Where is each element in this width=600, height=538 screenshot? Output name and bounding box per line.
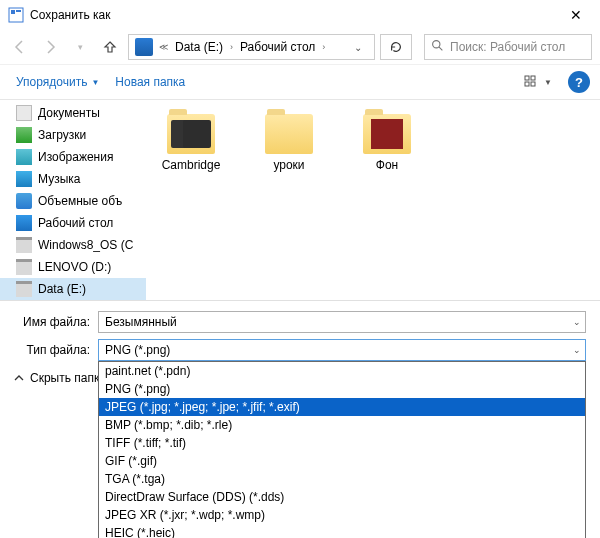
folder-item[interactable]: Фон (352, 114, 422, 172)
filetype-option[interactable]: JPEG XR (*.jxr; *.wdp; *.wmp) (99, 506, 585, 524)
filetype-select[interactable]: PNG (*.png) ⌄ (98, 339, 586, 361)
sidebar-item-icon (16, 105, 32, 121)
chevron-right-icon[interactable]: › (228, 35, 235, 59)
sidebar-item-icon (16, 215, 32, 231)
nav-row: ▾ ≪ Data (E:) › Рабочий стол › ⌄ Поиск: … (0, 30, 600, 64)
sidebar-item-label: Изображения (38, 150, 113, 164)
sidebar-item-icon (16, 193, 32, 209)
chevron-up-icon (14, 373, 24, 383)
sidebar-item-label: Загрузки (38, 128, 86, 142)
folder-icon (265, 114, 313, 154)
main-area: ВидеоДокументыЗагрузкиИзображенияМузыкаО… (0, 100, 600, 300)
window-title: Сохранить как (30, 8, 556, 22)
sidebar[interactable]: ВидеоДокументыЗагрузкиИзображенияМузыкаО… (0, 100, 146, 300)
chevron-down-icon: ▼ (544, 78, 552, 87)
sidebar-item-label: Документы (38, 106, 100, 120)
sidebar-item[interactable]: Изображения (0, 146, 146, 168)
svg-rect-1 (11, 10, 15, 14)
organize-button[interactable]: Упорядочить ▼ (10, 71, 105, 93)
sidebar-item-label: LENOVO (D:) (38, 260, 111, 274)
new-folder-button[interactable]: Новая папка (109, 71, 191, 93)
sidebar-item-label: Музыка (38, 172, 80, 186)
filetype-option[interactable]: JPEG (*.jpg; *.jpeg; *.jpe; *.jfif; *.ex… (99, 398, 585, 416)
sidebar-item-icon (16, 127, 32, 143)
filetype-option[interactable]: BMP (*.bmp; *.dib; *.rle) (99, 416, 585, 434)
filetype-option[interactable]: TGA (*.tga) (99, 470, 585, 488)
sidebar-item-icon (16, 171, 32, 187)
nav-up-button[interactable] (98, 35, 122, 59)
sidebar-item[interactable]: Музыка (0, 168, 146, 190)
search-placeholder: Поиск: Рабочий стол (450, 40, 565, 54)
filetype-label: Тип файла: (14, 343, 98, 357)
search-icon (431, 39, 444, 55)
sidebar-item[interactable]: Windows8_OS (C (0, 234, 146, 256)
svg-rect-7 (525, 82, 529, 86)
folder-content[interactable]: CambridgeурокиФон (146, 100, 600, 300)
sidebar-item-icon (16, 281, 32, 297)
breadcrumb-drive[interactable]: Data (E:) (170, 35, 228, 59)
filetype-dropdown[interactable]: paint.net (*.pdn)PNG (*.png)JPEG (*.jpg;… (98, 361, 586, 538)
svg-rect-5 (525, 76, 529, 80)
close-button[interactable]: ✕ (556, 7, 596, 23)
sidebar-item-label: Объемные объ (38, 194, 122, 208)
sidebar-item-label: Рабочий стол (38, 216, 113, 230)
svg-line-4 (439, 47, 442, 50)
sidebar-item-icon (16, 237, 32, 253)
address-dropdown-icon[interactable]: ⌄ (344, 42, 372, 53)
sidebar-item[interactable]: Data (E:) (0, 278, 146, 300)
chevron-right-icon[interactable]: ≪ (157, 35, 170, 59)
filetype-option[interactable]: TIFF (*.tiff; *.tif) (99, 434, 585, 452)
folder-icon (363, 114, 411, 154)
breadcrumb-folder[interactable]: Рабочий стол (235, 35, 320, 59)
folder-item[interactable]: уроки (254, 114, 324, 172)
chevron-down-icon: ▼ (91, 78, 99, 87)
folder-label: Фон (376, 158, 398, 172)
address-bar[interactable]: ≪ Data (E:) › Рабочий стол › ⌄ (128, 34, 375, 60)
chevron-right-icon[interactable]: › (320, 35, 327, 59)
filetype-option[interactable]: DirectDraw Surface (DDS) (*.dds) (99, 488, 585, 506)
view-mode-button[interactable]: ▼ (520, 70, 556, 94)
filetype-option[interactable]: GIF (*.gif) (99, 452, 585, 470)
filetype-option[interactable]: paint.net (*.pdn) (99, 362, 585, 380)
sidebar-item[interactable]: Рабочий стол (0, 212, 146, 234)
sidebar-item[interactable]: LENOVO (D:) (0, 256, 146, 278)
chevron-down-icon[interactable]: ⌄ (573, 345, 581, 355)
sidebar-item[interactable]: Документы (0, 102, 146, 124)
folder-label: уроки (273, 158, 304, 172)
nav-back-button[interactable] (8, 35, 32, 59)
drive-icon (135, 38, 153, 56)
svg-rect-8 (531, 82, 535, 86)
filetype-option[interactable]: HEIC (*.heic) (99, 524, 585, 538)
sidebar-item-icon (16, 259, 32, 275)
title-bar: Сохранить как ✕ (0, 0, 600, 30)
folder-label: Cambridge (162, 158, 221, 172)
sidebar-item-label: Data (E:) (38, 282, 86, 296)
filetype-option[interactable]: PNG (*.png) (99, 380, 585, 398)
help-button[interactable]: ? (568, 71, 590, 93)
sidebar-item[interactable]: Загрузки (0, 124, 146, 146)
refresh-button[interactable] (380, 34, 412, 60)
filename-label: Имя файла: (14, 315, 98, 329)
search-input[interactable]: Поиск: Рабочий стол (424, 34, 592, 60)
hide-folders-button[interactable]: Скрыть папки (14, 371, 106, 385)
chevron-down-icon[interactable]: ⌄ (573, 317, 581, 327)
save-form: Имя файла: Безымянный ⌄ Тип файла: PNG (… (0, 300, 600, 391)
sidebar-item[interactable]: Объемные объ (0, 190, 146, 212)
svg-rect-6 (531, 76, 535, 80)
toolbar: Упорядочить ▼ Новая папка ▼ ? (0, 64, 600, 100)
svg-rect-2 (16, 10, 21, 12)
folder-icon (167, 114, 215, 154)
svg-point-3 (433, 41, 440, 48)
nav-forward-button[interactable] (38, 35, 62, 59)
sidebar-item-label: Windows8_OS (C (38, 238, 133, 252)
nav-recent-button[interactable]: ▾ (68, 35, 92, 59)
folder-item[interactable]: Cambridge (156, 114, 226, 172)
sidebar-item-icon (16, 149, 32, 165)
app-icon (8, 7, 24, 23)
filename-input[interactable]: Безымянный ⌄ (98, 311, 586, 333)
